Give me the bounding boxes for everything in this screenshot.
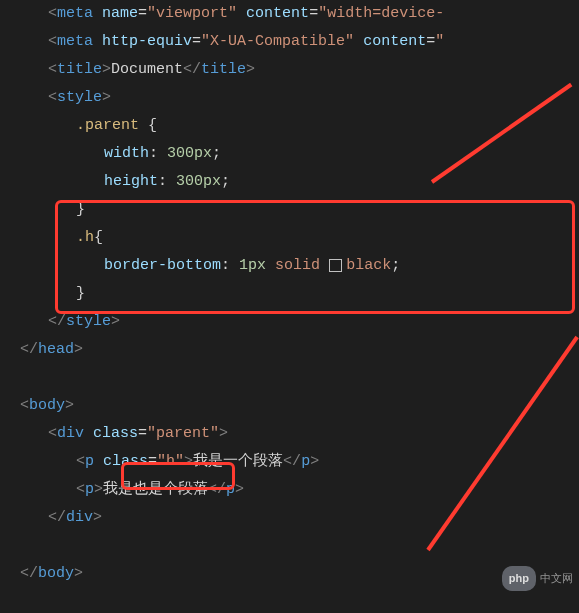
watermark-badge: php xyxy=(502,566,536,591)
code-line: <meta http-equiv="X-UA-Compatible" conte… xyxy=(20,28,579,56)
attr: content xyxy=(246,0,309,28)
watermark-text: 中文网 xyxy=(540,568,573,589)
code-line: } xyxy=(20,196,579,224)
css-selector: .h xyxy=(76,224,94,253)
title-text: Document xyxy=(111,56,183,85)
watermark: php 中文网 xyxy=(502,566,573,591)
attr-value: "parent" xyxy=(147,420,219,449)
code-line: <meta name="viewport" content="width=dev… xyxy=(20,0,579,28)
code-line: <style> xyxy=(20,84,579,112)
blank-line xyxy=(20,364,579,392)
code-line: border-bottom: 1px solid black; xyxy=(20,252,579,280)
code-line: </style> xyxy=(20,308,579,336)
code-line: .h{ xyxy=(20,224,579,252)
css-value: 300px xyxy=(167,140,212,169)
css-selector: .parent xyxy=(76,112,139,141)
code-editor: <meta name="viewport" content="width=dev… xyxy=(0,0,579,588)
code-line: <body> xyxy=(20,392,579,420)
code-line: <p>我是也是个段落</p> xyxy=(20,476,579,504)
css-property: height xyxy=(104,168,158,197)
attr: name xyxy=(102,0,138,28)
paragraph-text: 我是一个段落 xyxy=(193,448,283,477)
bracket: < xyxy=(48,0,57,28)
paragraph-text: 我是也是个段落 xyxy=(103,476,208,505)
attr-value: "width=device- xyxy=(318,0,444,28)
css-value: 300px xyxy=(176,168,221,197)
code-line: height: 300px; xyxy=(20,168,579,196)
css-property: width xyxy=(104,140,149,169)
code-line: } xyxy=(20,280,579,308)
code-line: width: 300px; xyxy=(20,140,579,168)
attr-value: "h" xyxy=(157,448,184,477)
code-line: </div> xyxy=(20,504,579,532)
code-line: <title>Document</title> xyxy=(20,56,579,84)
blank-line xyxy=(20,532,579,560)
color-swatch-icon xyxy=(329,259,342,272)
code-line: <div class="parent"> xyxy=(20,420,579,448)
css-property: border-bottom xyxy=(104,252,221,281)
code-line: </body> xyxy=(20,560,579,588)
tag: meta xyxy=(57,0,93,28)
code-line: </head> xyxy=(20,336,579,364)
attr-value: "viewport" xyxy=(147,0,237,28)
